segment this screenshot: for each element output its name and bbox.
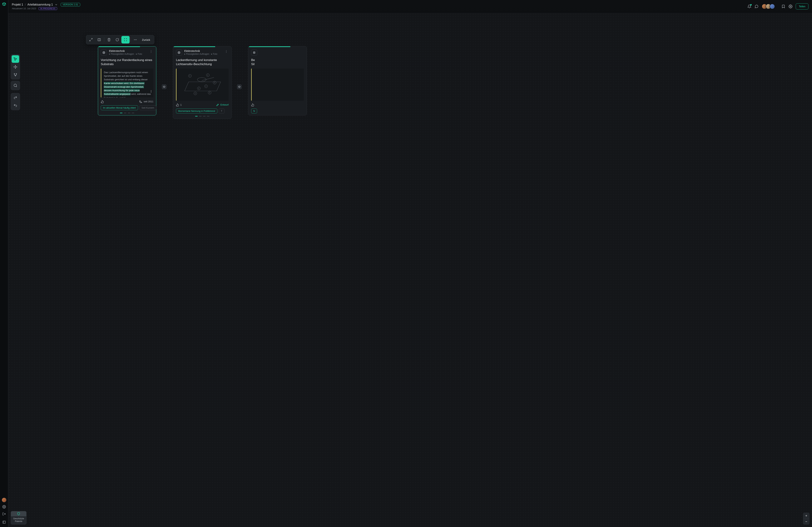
card-chips: Im aktuellen Monat häufig zitiert Seit K… [98,105,156,112]
logout-button[interactable] [1,511,7,517]
share-button[interactable]: Teilen [796,3,809,10]
chip[interactable]: T [219,109,224,114]
focus-frame-icon[interactable] [121,36,130,44]
selection-toolbar: Zurück [86,35,154,44]
status-badge: IN PROGRESS [39,7,57,10]
info-icon[interactable]: i [197,87,201,90]
svg-point-8 [16,74,17,74]
card-chips: N [248,109,307,115]
settings-icon[interactable] [788,4,793,9]
chip-icon [251,49,257,56]
shield-icon [11,511,26,516]
split-icon[interactable] [95,36,103,44]
card-pagination[interactable] [98,112,156,115]
chip[interactable]: Im aktuellen Monat häufig zitiert [101,105,138,110]
svg-point-9 [15,75,16,76]
version-badge: VERSION 2.01 [61,3,80,6]
svg-rect-35 [178,52,180,54]
card-figure[interactable] [251,69,304,101]
svg-point-19 [134,39,135,40]
svg-rect-23 [103,52,104,53]
svg-point-46 [226,51,227,52]
tool-branch[interactable] [12,71,19,78]
chip-icon [176,49,182,56]
svg-rect-48 [253,52,255,54]
tool-undo[interactable] [12,102,19,109]
collaborator-avatars[interactable] [762,4,775,9]
back-button[interactable]: Zurück [140,38,154,41]
artifact-card[interactable]: Elektrotechnik Flüssigkeiten Auftragen F… [98,46,157,116]
canvas[interactable]: GeschütztePatente Zurück [8,13,812,527]
zoom-out-button[interactable] [803,518,809,524]
chip[interactable]: N [251,109,257,114]
info-icon[interactable]: i [208,91,211,94]
card-menu-icon[interactable] [149,49,154,54]
breadcrumb: Projekt 1 / Artefaktsammlung 1 VERSION 2… [12,3,80,10]
like-button[interactable]: 1 [176,103,182,106]
refresh-icon[interactable] [113,36,121,44]
notification-dot [750,4,752,5]
chip[interactable]: Seit Kurzem [140,105,156,110]
app-settings-button[interactable] [1,504,7,510]
info-icon[interactable]: i [213,81,216,84]
text-cursor-icon [150,90,153,93]
card-meta: Entwurf [216,103,229,106]
breadcrumb-project[interactable]: Projekt 1 [12,3,23,6]
tool-palette [11,55,20,110]
bookmark-icon[interactable] [781,4,785,9]
updated-label: Aktualisiert 10. Juli 2023 [12,7,36,10]
node-connector[interactable] [237,85,242,89]
chip[interactable]: Momentane Nennung in Politiktrend [176,109,217,114]
svg-point-21 [136,39,136,40]
card-menu-icon[interactable] [224,49,229,54]
top-actions: Teilen [748,3,809,10]
tool-select[interactable] [12,55,19,63]
svg-rect-36 [179,52,179,53]
notifications-icon[interactable] [748,4,751,9]
breadcrumb-collection[interactable]: Artefaktsammlung 1 [27,3,53,6]
card-title: BeSil [248,57,307,69]
like-button[interactable] [101,100,105,103]
card-figure[interactable]: i i i i i i i [176,69,229,101]
info-icon[interactable]: i [188,74,191,77]
card-category: Elektrotechnik [109,49,147,52]
current-user-avatar[interactable] [2,498,6,502]
card-tags: Flüssigkeiten Auftragen Foto [109,53,147,55]
chip-icon [101,49,107,56]
app-rail [0,0,8,527]
svg-point-32 [151,50,151,51]
more-icon[interactable] [131,36,140,44]
zoom-control [803,513,810,525]
node-connector[interactable] [162,85,166,89]
breadcrumb-dropdown[interactable] [55,3,58,6]
svg-point-4 [790,6,791,7]
artifact-card[interactable]: BeSil N [248,46,307,115]
card-chips: Momentane Nennung in Politiktrend T [173,109,231,115]
svg-line-16 [90,40,91,41]
svg-point-45 [226,50,227,51]
like-button[interactable] [251,103,255,106]
svg-point-0 [3,507,4,507]
card-pagination[interactable] [173,115,231,119]
tool-move[interactable] [12,63,19,71]
card-category: Elektrotechnik [184,49,222,52]
artifact-card[interactable]: Elektrotechnik Flüssigkeiten Auftragen F… [173,46,232,119]
svg-point-7 [14,74,15,74]
zoom-in-button[interactable] [803,513,809,518]
svg-rect-22 [103,52,105,54]
tool-search[interactable] [12,82,19,89]
info-icon[interactable]: i [206,74,209,77]
delete-icon[interactable] [105,36,113,44]
protected-patents-badge[interactable]: GeschütztePatente [11,511,27,525]
card-abstract[interactable]: Das Lacksentfernungssystem nutzt einen S… [101,69,154,97]
panel-toggle-button[interactable] [1,520,7,525]
avatar[interactable] [770,4,775,9]
info-icon[interactable]: i [194,92,197,95]
expand-icon[interactable] [87,36,95,44]
card-title: Vorrichtung zur Randentlackung eines Sub… [98,57,156,69]
tool-redo[interactable] [12,94,19,102]
chat-icon[interactable] [755,4,758,9]
info-icon[interactable]: i [204,85,208,88]
breadcrumb-separator: / [25,3,26,6]
svg-point-10 [14,84,17,87]
